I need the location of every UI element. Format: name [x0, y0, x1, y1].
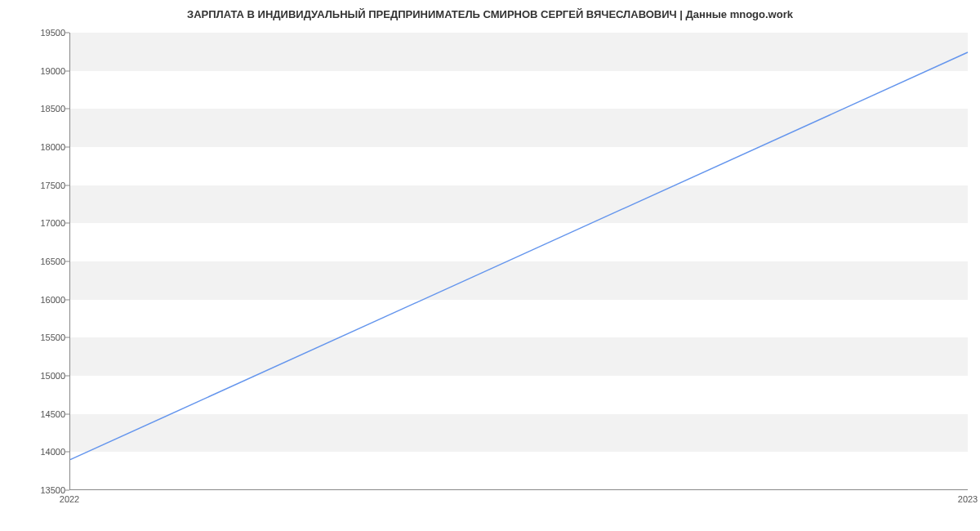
y-tick-mark	[65, 376, 69, 377]
plot-area	[69, 33, 968, 490]
y-tick-label: 17000	[8, 218, 65, 228]
line-series	[70, 33, 968, 489]
y-tick-label: 16500	[8, 257, 65, 266]
y-tick-mark	[65, 70, 69, 71]
chart-title: ЗАРПЛАТА В ИНДИВИДУАЛЬНЫЙ ПРЕДПРИНИМАТЕЛ…	[0, 8, 980, 20]
y-tick-mark	[65, 299, 69, 300]
x-tick-label: 2023	[958, 494, 978, 504]
y-tick-label: 14500	[8, 409, 65, 419]
y-tick-mark	[65, 490, 69, 491]
y-tick-label: 18000	[8, 142, 65, 152]
y-tick-label: 17500	[8, 181, 65, 190]
y-tick-mark	[65, 185, 69, 185]
y-tick-label: 15000	[8, 371, 65, 381]
y-tick-mark	[65, 261, 69, 262]
y-tick-label: 15500	[8, 332, 65, 342]
y-tick-label: 18500	[8, 104, 65, 114]
y-tick-label: 13500	[8, 485, 65, 495]
y-tick-label: 19000	[8, 66, 65, 76]
y-tick-mark	[65, 147, 69, 148]
series-line	[70, 52, 968, 460]
y-tick-label: 19500	[8, 28, 65, 38]
y-tick-label: 14000	[8, 447, 65, 457]
y-tick-mark	[65, 337, 69, 338]
y-tick-mark	[65, 33, 69, 33]
y-tick-mark	[65, 109, 69, 109]
chart-container: ЗАРПЛАТА В ИНДИВИДУАЛЬНЫЙ ПРЕДПРИНИМАТЕЛ…	[0, 0, 980, 531]
x-tick-label: 2022	[60, 494, 79, 504]
y-tick-mark	[65, 223, 69, 224]
y-tick-mark	[65, 413, 69, 414]
y-tick-mark	[65, 452, 69, 453]
y-tick-label: 16000	[8, 295, 65, 305]
